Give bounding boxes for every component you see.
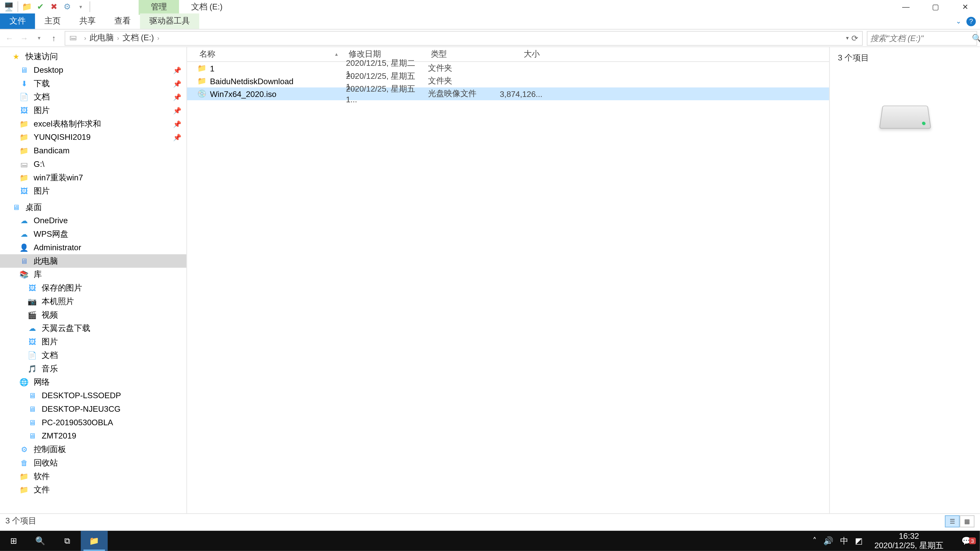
tab-view[interactable]: 查看	[105, 14, 140, 29]
close-button[interactable]: ✕	[950, 0, 980, 14]
nav-item-yunqishi2019[interactable]: 📁YUNQISHI2019📌	[0, 130, 186, 144]
nav-label: WPS网盘	[34, 228, 68, 240]
system-tray: ˄ 🔊 中 ◩ 16:32 2020/12/25, 星期五 💬 3	[813, 531, 980, 551]
maximize-button[interactable]: ▢	[921, 0, 950, 14]
folder-qat-icon[interactable]: 📁	[21, 1, 33, 13]
separator	[18, 1, 18, 12]
nav-item-音乐[interactable]: 🎵音乐	[0, 362, 186, 375]
clock[interactable]: 16:32 2020/12/25, 星期五	[869, 531, 949, 551]
start-button[interactable]: ⊞	[0, 531, 27, 551]
back-button[interactable]: ←	[3, 32, 16, 45]
nav-item-天翼云盘下载[interactable]: ☁天翼云盘下载	[0, 321, 186, 335]
help-icon[interactable]: ?	[966, 17, 976, 26]
nav-item-视频[interactable]: 🎬视频	[0, 308, 186, 322]
nav-item-图片[interactable]: 🖼图片	[0, 335, 186, 348]
nav-item-文档[interactable]: 📄文档	[0, 348, 186, 362]
nav-item-zmt2019[interactable]: 🖥ZMT2019	[0, 429, 186, 443]
address-bar[interactable]: 🖴 › 此电脑 › 文档 (E:) › ▾⟳	[65, 30, 862, 45]
search-input[interactable]	[870, 33, 972, 43]
ribbon-expand-icon[interactable]: ⌄	[956, 17, 961, 25]
nav-item-本机照片[interactable]: 📷本机照片	[0, 295, 186, 308]
search-icon[interactable]: 🔍	[972, 33, 980, 43]
chevron-right-icon[interactable]: ›	[83, 35, 87, 41]
tab-drive-tools[interactable]: 驱动器工具	[140, 14, 199, 29]
nav-item-图片[interactable]: 🖼图片	[0, 184, 186, 198]
navigation-pane[interactable]: ★ 快速访问 🖥Desktop📌⬇下载📌📄文档📌🖼图片📌📁excel表格制作求和…	[0, 47, 187, 513]
gear-qat-icon[interactable]: ⚙	[61, 1, 73, 13]
nav-item-desktop-lssoedp[interactable]: 🖥DESKTOP-LSSOEDP	[0, 389, 186, 402]
nav-item-此电脑[interactable]: 🖥此电脑	[0, 254, 186, 268]
file-rows[interactable]: 📁12020/12/15, 星期二 1...文件夹📁BaiduNetdiskDo…	[187, 62, 829, 513]
address-dropdown[interactable]: ▾⟳	[846, 33, 861, 43]
wps-icon: ☁	[19, 229, 30, 240]
download-icon: ⬇	[19, 78, 30, 89]
search-taskbar-button[interactable]: 🔍	[27, 531, 54, 551]
volume-icon[interactable]: 🔊	[823, 536, 834, 546]
desktop-header[interactable]: 🖥 桌面	[0, 200, 186, 214]
up-button[interactable]: ↑	[47, 32, 61, 45]
breadcrumb-segment[interactable]: 此电脑	[88, 32, 116, 44]
nav-item-pc-20190530obla[interactable]: 🖥PC-20190530OBLA	[0, 416, 186, 429]
check-qat-icon[interactable]: ✔	[34, 1, 46, 13]
column-type[interactable]: 类型	[428, 48, 495, 60]
nav-item-desktop[interactable]: 🖥Desktop📌	[0, 63, 186, 77]
quick-access-header[interactable]: ★ 快速访问	[0, 50, 186, 63]
tab-home[interactable]: 主页	[35, 14, 70, 29]
nav-item-软件[interactable]: 📁软件	[0, 470, 186, 483]
pic-icon: 🖼	[19, 186, 30, 197]
file-row[interactable]: 📁12020/12/15, 星期二 1...文件夹	[187, 62, 829, 75]
nav-item-保存的图片[interactable]: 🖼保存的图片	[0, 281, 186, 295]
file-row[interactable]: 💿Win7x64_2020.iso2020/12/25, 星期五 1...光盘映…	[187, 87, 829, 100]
explorer-taskbar-button[interactable]: 📁	[81, 531, 107, 551]
nav-item-wps网盘[interactable]: ☁WPS网盘	[0, 227, 186, 241]
nav-item-库[interactable]: 📚库	[0, 268, 186, 281]
refresh-icon[interactable]: ⟳	[851, 33, 858, 43]
nav-label: G:\	[34, 159, 45, 169]
nav-label: PC-20190530OBLA	[41, 418, 113, 427]
file-type: 光盘映像文件	[428, 88, 495, 100]
folder-icon: 📁	[19, 118, 30, 129]
tab-share[interactable]: 共享	[70, 14, 105, 29]
recent-dropdown[interactable]: ▾	[32, 32, 46, 45]
file-row[interactable]: 📁BaiduNetdiskDownload2020/12/25, 星期五 1..…	[187, 75, 829, 87]
column-size[interactable]: 大小	[495, 48, 542, 60]
ime-indicator[interactable]: 中	[840, 535, 848, 547]
clock-time: 16:32	[874, 531, 943, 541]
folder-icon: 📁	[19, 471, 30, 482]
nav-item-g:\[interactable]: 🖴G:\	[0, 157, 186, 171]
tray-overflow-icon[interactable]: ˄	[813, 536, 817, 546]
task-view-button[interactable]: ⧉	[54, 531, 81, 551]
netpc-icon: 🖥	[27, 390, 38, 401]
close-qat-icon[interactable]: ✖	[48, 1, 60, 13]
navigation-bar: ← → ▾ ↑ 🖴 › 此电脑 › 文档 (E:) › ▾⟳ 🔍	[0, 30, 980, 47]
nav-item-回收站[interactable]: 🗑回收站	[0, 456, 186, 470]
thumbnails-view-button[interactable]: ▦	[959, 515, 974, 527]
nav-item-win7重装win7[interactable]: 📁win7重装win7	[0, 171, 186, 184]
nav-item-administrator[interactable]: 👤Administrator	[0, 241, 186, 254]
details-view-button[interactable]: ☰	[945, 515, 959, 527]
tray-app-icon[interactable]: ◩	[855, 536, 862, 546]
search-box[interactable]: 🔍	[867, 30, 977, 45]
forward-button[interactable]: →	[18, 32, 31, 45]
nav-item-desktop-njeu3cg[interactable]: 🖥DESKTOP-NJEU3CG	[0, 402, 186, 416]
chevron-right-icon[interactable]: ›	[156, 35, 161, 41]
nav-item-控制面板[interactable]: ⚙控制面板	[0, 443, 186, 456]
nav-item-下载[interactable]: ⬇下载📌	[0, 77, 186, 90]
nav-item-图片[interactable]: 🖼图片📌	[0, 103, 186, 117]
breadcrumb-segment[interactable]: 文档 (E:)	[121, 32, 156, 44]
tab-file[interactable]: 文件	[0, 14, 35, 29]
nav-item-excel表格制作求和[interactable]: 📁excel表格制作求和📌	[0, 117, 186, 130]
minimize-button[interactable]: —	[891, 0, 921, 14]
chevron-right-icon[interactable]: ›	[116, 35, 121, 41]
nav-item-bandicam[interactable]: 📁Bandicam	[0, 144, 186, 157]
nav-item-网络[interactable]: 🌐网络	[0, 375, 186, 389]
column-name[interactable]: 名称 ▴	[197, 48, 346, 60]
user-icon: 👤	[19, 242, 30, 253]
action-center-button[interactable]: 💬 3	[956, 536, 977, 546]
nav-item-onedrive[interactable]: ☁OneDrive	[0, 214, 186, 227]
nav-label: 快速访问	[25, 51, 58, 62]
nav-item-文档[interactable]: 📄文档📌	[0, 90, 186, 103]
nav-label: 库	[34, 268, 42, 280]
qat-dropdown-icon[interactable]: ▾	[75, 1, 87, 13]
nav-item-文件[interactable]: 📁文件	[0, 483, 186, 496]
